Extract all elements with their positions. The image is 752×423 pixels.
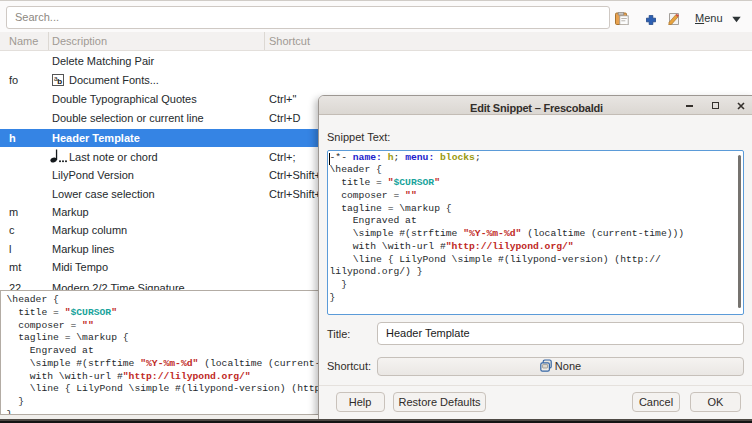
svg-text:b: b <box>57 77 62 86</box>
